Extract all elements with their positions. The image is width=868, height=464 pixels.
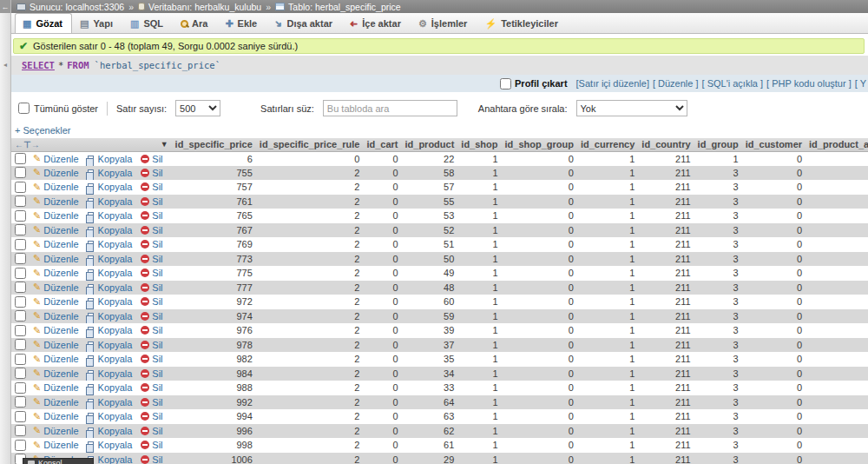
row-copy-link[interactable]: Kopyala [88,354,133,364]
row-delete-link[interactable]: Sil [141,254,162,264]
row-checkbox[interactable] [15,440,26,451]
row-copy-link[interactable]: Kopyala [88,268,133,278]
row-delete-link[interactable]: Sil [141,196,162,207]
row-checkbox[interactable] [15,325,26,336]
tab-tetikleyiciler[interactable]: ⚡Tetikleyiciler [477,13,568,33]
row-delete-link[interactable]: Sil [141,411,162,421]
row-checkbox[interactable] [15,296,26,308]
column-header-id_product_attribute[interactable]: id_product_attribute [806,138,868,151]
sort-dropdown-icon[interactable]: ▼ [161,140,168,149]
row-edit-link[interactable]: ✎Düzenle [33,182,79,193]
row-delete-link[interactable]: Sil [141,239,162,249]
row-checkbox[interactable] [15,339,26,350]
console-bar[interactable]: Konsol [23,458,94,464]
nav-panel-collapsed-strip[interactable]: ← ◂ [0,0,11,464]
row-copy-link[interactable]: Kopyala [88,440,133,450]
sql-select-link[interactable]: SELECT [22,60,55,70]
row-edit-link[interactable]: ✎Düzenle [33,153,79,164]
row-checkbox[interactable] [15,153,26,164]
row-delete-link[interactable]: Sil [141,440,162,450]
tab-ara[interactable]: Ara [173,13,217,33]
row-delete-link[interactable]: Sil [141,182,162,192]
breadcrumb-table-link[interactable]: Tablo: herbal_specific_price [288,2,401,12]
tab-sql[interactable]: ▥SQL [122,13,173,33]
nav-collapse-arrow-icon[interactable]: ← [0,0,10,13]
row-edit-link[interactable]: ✎Düzenle [33,325,79,336]
row-checkbox[interactable] [15,224,26,235]
tab-i̇çe aktar[interactable]: ➜İçe aktar [342,13,411,33]
row-copy-link[interactable]: Kopyala [88,296,133,307]
query-tool-link[interactable]: [ SQL'i açıkla ] [702,78,764,89]
query-tool-link[interactable]: [ Düzenle ] [653,78,699,89]
row-checkbox[interactable] [15,239,26,250]
row-checkbox[interactable] [15,382,26,394]
row-copy-link[interactable]: Kopyala [88,325,133,335]
tab-gözat[interactable]: ▦Gözat [15,13,72,33]
breadcrumb-server-link[interactable]: Sunucu: localhost:3306 [30,2,124,12]
row-edit-link[interactable]: ✎Düzenle [33,253,79,264]
row-edit-link[interactable]: ✎Düzenle [33,210,79,222]
row-checkbox[interactable] [15,282,26,293]
column-header-id_cart[interactable]: id_cart [363,138,401,151]
options-toggle-link[interactable]: + Seçenekler [15,125,71,136]
row-delete-link[interactable]: Sil [141,154,162,164]
row-delete-link[interactable]: Sil [141,382,162,393]
row-edit-link[interactable]: ✎Düzenle [33,296,79,308]
column-header-id_product[interactable]: id_product [402,138,458,151]
rows-count-select[interactable]: 500 [175,100,220,116]
row-delete-link[interactable]: Sil [141,397,162,408]
row-edit-link[interactable]: ✎Düzenle [33,396,79,408]
row-edit-link[interactable]: ✎Düzenle [33,440,79,451]
row-delete-link[interactable]: Sil [141,354,162,364]
column-header-id_customer[interactable]: id_customer [742,138,806,151]
row-copy-link[interactable]: Kopyala [88,239,133,249]
nav-expand-arrow-icon[interactable]: ◂ [0,61,10,69]
tab-yapı[interactable]: ▤Yapı [72,13,122,33]
show-all-control[interactable]: Tümünü göster [18,103,98,114]
row-checkbox[interactable] [15,253,26,264]
row-delete-link[interactable]: Sil [141,340,162,350]
row-edit-link[interactable]: ✎Düzenle [33,239,79,250]
row-edit-link[interactable]: ✎Düzenle [33,354,79,365]
row-edit-link[interactable]: ✎Düzenle [33,224,79,235]
breadcrumb-database-link[interactable]: Veritabanı: herbalku_kulubu [148,2,261,12]
row-copy-link[interactable]: Kopyala [88,397,133,408]
row-checkbox[interactable] [15,310,26,321]
row-copy-link[interactable]: Kopyala [88,454,133,464]
column-move-icons[interactable]: ←⊤→ [15,140,40,149]
row-copy-link[interactable]: Kopyala [88,254,133,264]
row-delete-link[interactable]: Sil [141,426,162,436]
row-checkbox[interactable] [15,425,26,436]
row-checkbox[interactable] [15,167,26,178]
row-copy-link[interactable]: Kopyala [88,210,133,221]
row-copy-link[interactable]: Kopyala [88,411,133,421]
row-copy-link[interactable]: Kopyala [88,182,133,192]
row-edit-link[interactable]: ✎Düzenle [33,310,79,321]
row-copy-link[interactable]: Kopyala [88,368,133,379]
row-checkbox[interactable] [15,196,26,207]
query-tool-link[interactable]: [Satır içi düzenle] [576,78,649,89]
query-tool-link[interactable]: [ Y [855,78,866,89]
row-checkbox[interactable] [15,396,26,408]
row-edit-link[interactable]: ✎Düzenle [33,268,79,279]
row-copy-link[interactable]: Kopyala [88,382,133,393]
row-checkbox[interactable] [15,354,26,365]
column-header-id_currency[interactable]: id_currency [577,138,638,151]
row-checkbox[interactable] [15,411,26,422]
row-delete-link[interactable]: Sil [141,168,162,178]
row-delete-link[interactable]: Sil [141,454,162,464]
row-delete-link[interactable]: Sil [141,368,162,379]
row-delete-link[interactable]: Sil [141,311,162,321]
tab-dışa aktar[interactable]: ➜Dışa aktar [266,13,342,33]
row-edit-link[interactable]: ✎Düzenle [33,411,79,422]
column-header-id_shop_group[interactable]: id_shop_group [502,138,577,151]
row-edit-link[interactable]: ✎Düzenle [33,382,79,394]
column-header-id_specific_price[interactable]: id_specific_price [172,138,256,151]
row-edit-link[interactable]: ✎Düzenle [33,282,79,293]
row-delete-link[interactable]: Sil [141,296,162,307]
row-edit-link[interactable]: ✎Düzenle [33,167,79,178]
query-tool-link[interactable]: [ PHP kodu oluştur ] [766,78,852,89]
row-copy-link[interactable]: Kopyala [88,154,133,164]
row-delete-link[interactable]: Sil [141,325,162,335]
row-copy-link[interactable]: Kopyala [88,426,133,436]
